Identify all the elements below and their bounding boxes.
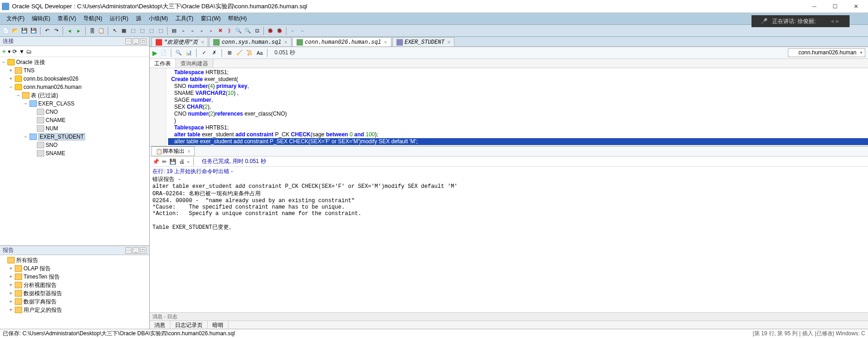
history-icon[interactable]: 📜: [245, 49, 254, 57]
tree-row[interactable]: SNAME: [0, 149, 149, 157]
menu-item[interactable]: 小组(M): [145, 15, 172, 23]
format-icon[interactable]: Aa: [256, 49, 264, 57]
sql-icon[interactable]: 📋: [97, 27, 105, 35]
menu-item[interactable]: 工具(T): [172, 15, 197, 23]
msg-tab[interactable]: 日志记录页: [170, 321, 208, 329]
run-button[interactable]: ▶: [152, 49, 157, 57]
code-line[interactable]: Create table exer_student(: [168, 76, 868, 83]
code-line[interactable]: CNO number(2)references exer_class(CNO): [168, 111, 868, 117]
new-conn-icon[interactable]: +: [2, 47, 6, 56]
panel-close-icon[interactable]: □: [140, 38, 146, 45]
tree-row[interactable]: CNO: [0, 108, 149, 116]
tree-row[interactable]: −EXER_CLASS: [0, 99, 149, 108]
tree-row[interactable]: NUM: [0, 124, 149, 133]
pin-icon[interactable]: 📌: [152, 158, 159, 165]
autotrace-icon[interactable]: 📊: [185, 49, 193, 57]
tool3-icon[interactable]: ⬚: [147, 27, 156, 35]
report-item[interactable]: +TimesTen 报告: [0, 273, 149, 281]
connection-dropdown[interactable]: conn.human026.human: [788, 48, 865, 57]
menu-item[interactable]: 查看(V): [54, 15, 80, 23]
redo-icon[interactable]: ↷: [52, 27, 60, 35]
maximize-button[interactable]: ☐: [825, 0, 845, 13]
msg-tab[interactable]: 暗哨: [208, 321, 228, 329]
clear-icon[interactable]: 🧹: [235, 49, 244, 57]
dbl-arrow-icon[interactable]: ⟫: [225, 27, 233, 35]
tool4-icon[interactable]: ⬚: [157, 27, 165, 35]
menu-item[interactable]: 编辑(E): [28, 15, 54, 23]
close-x-icon[interactable]: ✖: [216, 27, 224, 35]
report-item[interactable]: +OLAP 报告: [0, 264, 149, 273]
tool2-icon[interactable]: ⬚: [138, 27, 146, 35]
win4-icon[interactable]: ▫: [207, 27, 215, 35]
code-line[interactable]: SEX CHAR(2),: [168, 104, 868, 111]
refresh-conn-icon[interactable]: ⟳: [12, 48, 17, 55]
connections-tree[interactable]: − Oracle 连接 +TNS+conn.bs.booksales026−co…: [0, 57, 149, 245]
editor-tab[interactable]: conn.sys.human.sql×: [209, 37, 291, 47]
minimize-button[interactable]: ─: [804, 0, 825, 13]
close-button[interactable]: ✕: [845, 0, 866, 13]
panel-min-icon[interactable]: _: [133, 38, 139, 45]
new-icon[interactable]: 📄: [2, 27, 10, 35]
win2-icon[interactable]: ▫: [188, 27, 197, 35]
rollback-icon[interactable]: ✗: [210, 49, 218, 57]
bug1-icon[interactable]: 🐞: [266, 27, 274, 35]
panel-min-icon[interactable]: _: [133, 247, 139, 254]
msg-tab[interactable]: 消息: [150, 321, 170, 329]
tree-root[interactable]: − Oracle 连接: [0, 58, 149, 66]
arrow-r-icon[interactable]: →: [298, 27, 306, 35]
code-editor[interactable]: Tablespace HRTBS1; Create table exer_stu…: [150, 68, 868, 146]
report-item[interactable]: +分析视图报告: [0, 281, 149, 289]
panel-menu-icon[interactable]: ⋯: [125, 38, 132, 45]
close-icon[interactable]: ×: [384, 39, 387, 46]
tab-worksheet[interactable]: 工作表: [150, 59, 176, 68]
db-icon[interactable]: 🗄: [88, 27, 96, 35]
report-item[interactable]: +用户定义的报告: [0, 306, 149, 314]
panel-menu-icon[interactable]: ⋯: [125, 247, 132, 254]
menu-item[interactable]: 帮助(H): [224, 15, 250, 23]
output-body[interactable]: 在行: 19 上开始执行命令时出错 - 错误报告 - alter table e…: [150, 167, 868, 312]
bug2-icon[interactable]: 🐞: [275, 27, 284, 35]
report-item[interactable]: 所有报告: [0, 256, 149, 264]
close-icon[interactable]: ×: [447, 39, 450, 46]
code-line[interactable]: Tablespace HRTBS1;: [168, 69, 868, 76]
editor-tab[interactable]: EXER_STUDENT×: [392, 37, 454, 47]
report-item[interactable]: +数据模型器报告: [0, 289, 149, 297]
save-all-icon[interactable]: 💾: [29, 27, 38, 35]
nav-fwd-icon[interactable]: ►: [75, 27, 83, 35]
editor-tab[interactable]: conn.human026.human.sql×: [292, 37, 391, 47]
editor-tab[interactable]: "欢迎使用"页×: [151, 37, 208, 47]
undo-icon[interactable]: ↶: [43, 27, 51, 35]
code-line[interactable]: SNO number(4) primary key,: [168, 83, 868, 90]
fit-icon[interactable]: ⊡: [253, 27, 261, 35]
panel-close-icon[interactable]: □: [140, 247, 146, 254]
clear-output-icon[interactable]: ✏: [162, 158, 167, 165]
report-item[interactable]: +数据字典报告: [0, 297, 149, 306]
cursor-icon[interactable]: ↖: [111, 27, 119, 35]
script-output-tab[interactable]: 📋 脚本输出 ×: [151, 146, 195, 156]
tree-row[interactable]: SNO: [0, 141, 149, 149]
close-icon[interactable]: ×: [187, 148, 191, 155]
menu-item[interactable]: 源: [132, 15, 145, 23]
tree-row[interactable]: −conn.human026.human: [0, 83, 149, 91]
tree-row[interactable]: +TNS: [0, 66, 149, 75]
arrow-l-icon[interactable]: ←: [289, 27, 297, 35]
tree-row[interactable]: −EXER_STUDENT: [0, 133, 149, 141]
filter-icon[interactable]: ▤: [170, 27, 178, 35]
reports-tree[interactable]: 所有报告+OLAP 报告+TimesTen 报告+分析视图报告+数据模型器报告+…: [0, 255, 149, 329]
menu-item[interactable]: 导航(N): [80, 15, 106, 23]
code-line[interactable]: SNAME VARCHAR2(10) ,: [168, 90, 868, 97]
open-icon[interactable]: 📂: [11, 27, 19, 35]
menu-item[interactable]: 窗口(W): [197, 15, 224, 23]
close-icon[interactable]: ×: [201, 39, 204, 46]
filter-conn-icon[interactable]: ▼: [19, 48, 24, 55]
tree-row[interactable]: +conn.bs.booksales026: [0, 75, 149, 83]
code-line[interactable]: alter table exer_student add constraint …: [168, 138, 868, 145]
zoom-in-icon[interactable]: 🔍: [244, 27, 252, 35]
win1-icon[interactable]: ▫: [179, 27, 187, 35]
menu-item[interactable]: 运行(R): [106, 15, 132, 23]
code-line[interactable]: ): [168, 117, 868, 124]
save-icon[interactable]: 💾: [20, 27, 29, 35]
save-output-icon[interactable]: 💾: [169, 158, 176, 165]
win3-icon[interactable]: ▫: [198, 27, 206, 35]
zoom-out-icon[interactable]: 🔍: [234, 27, 243, 35]
